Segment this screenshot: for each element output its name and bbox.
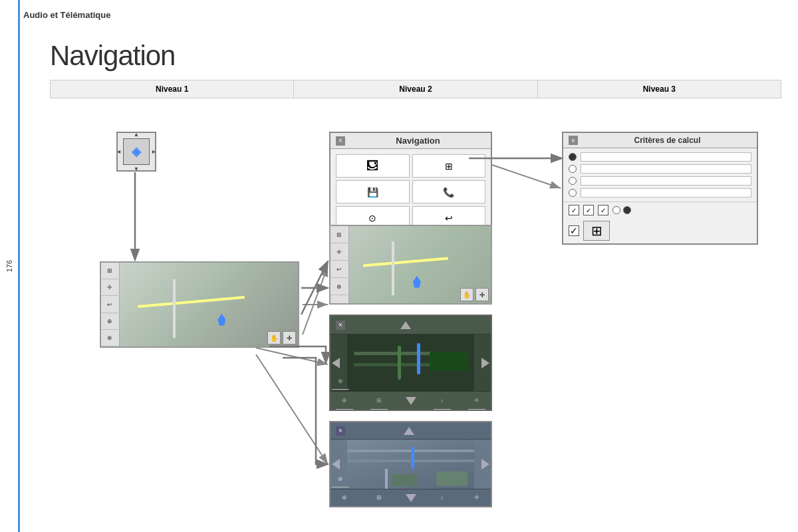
calc-row-2 xyxy=(569,164,751,174)
calc-field-2[interactable] xyxy=(581,164,751,174)
nav-menu-grid: ⛾ ⊞ 💾 📞 ⊙ ↩ xyxy=(331,149,491,235)
dark-down-triangle[interactable] xyxy=(406,397,416,405)
compass-arrow: ◈ xyxy=(132,144,141,159)
calc-map-icon: ⊞ xyxy=(591,223,602,239)
map2-grid-icon[interactable]: ⊞ xyxy=(331,226,348,243)
3d-up-triangle[interactable] xyxy=(404,427,414,435)
map-view-icon: ⊞ xyxy=(445,161,453,172)
calc-checkbox-1[interactable]: ✓ xyxy=(569,205,579,215)
map-cursor-buttons: ✋ ✛ xyxy=(267,331,296,344)
3d-pin-icon[interactable]: ⊗ xyxy=(332,470,349,487)
map-back-icon[interactable]: ↩ xyxy=(101,296,118,313)
calc-row-1 xyxy=(569,152,751,162)
compass-left-icon: ◄ xyxy=(116,148,122,155)
map2-pin-icon[interactable]: ⊗ xyxy=(331,278,348,295)
cursor-cross-btn[interactable]: ✛ xyxy=(283,331,296,344)
calc-map-icon-box[interactable]: ⊞ xyxy=(583,221,610,241)
dark-cursor-icon[interactable]: ✛ xyxy=(468,392,485,410)
calc-panel-close-btn[interactable]: × xyxy=(569,136,578,145)
dark-up-triangle[interactable] xyxy=(400,321,411,329)
dark-map-icon[interactable]: ⊞ xyxy=(370,392,388,410)
svg-line-6 xyxy=(256,354,328,464)
map2-road-yellow xyxy=(363,257,448,267)
phone-nav-icon: 📞 xyxy=(443,187,454,198)
map-move-icon[interactable]: ✛ xyxy=(101,279,118,296)
3d-right-triangle[interactable] xyxy=(481,459,489,469)
map-panel-niveau2-mid: ⊞ ✛ ↩ ⊗ ✋ ✛ xyxy=(329,225,492,305)
map-toolbar-1: ⊞ ✛ ↩ ⊕ ⊗ xyxy=(101,263,120,346)
map-grid-icon[interactable]: ⊞ xyxy=(101,263,118,279)
calc-radio-4[interactable] xyxy=(569,189,577,197)
nav-menu-close-btn[interactable]: × xyxy=(336,136,345,146)
page-number: 176 xyxy=(5,260,13,272)
map-pin-icon[interactable]: ⊗ xyxy=(101,330,118,346)
calc-row-3 xyxy=(569,176,751,186)
cursor-hand-btn[interactable]: ✋ xyxy=(267,331,281,344)
dark-map-blue-marker xyxy=(417,343,420,374)
dark-pin-icon[interactable]: ⊗ xyxy=(332,372,349,390)
3d-cursor-icon[interactable]: ✛ xyxy=(468,489,485,507)
calc-radio-2[interactable] xyxy=(569,165,577,173)
nav-marker-blue xyxy=(217,314,225,326)
map-panel-niveau2-3d: × xyxy=(329,421,492,507)
map-panel-niveau2-dark: × ⊕ ⊞ xyxy=(329,315,492,411)
calc-checkmark-confirm[interactable]: ✓ xyxy=(569,225,579,236)
compass-up-icon: ▲ xyxy=(134,131,140,138)
map2-cursor-cross-btn[interactable]: ✛ xyxy=(475,288,489,301)
calc-field-3[interactable] xyxy=(581,176,751,186)
map2-move-icon[interactable]: ✛ xyxy=(331,243,348,261)
nav-menu-title: Navigation xyxy=(350,136,485,146)
dark-right-triangle[interactable] xyxy=(481,358,489,368)
map-zoom-plus-icon[interactable]: ⊕ xyxy=(101,313,118,330)
diagram-area: ◄ ► ▲ ▼ ◈ ⊞ ✛ ↩ ⊕ ⊗ ✋ ✛ xyxy=(50,108,781,532)
level2-header: Niveau 2 xyxy=(294,80,537,98)
calc-field-1[interactable] xyxy=(581,152,751,162)
map2-cursor-buttons: ✋ ✛ xyxy=(460,288,489,301)
nav-item-save[interactable]: 💾 xyxy=(336,180,410,203)
nav-item-destination[interactable]: ⛾ xyxy=(336,154,410,178)
calc-radio-3[interactable] xyxy=(569,177,577,185)
page-title: Navigation xyxy=(50,40,175,72)
map-toolbar-2: ⊞ ✛ ↩ ⊗ xyxy=(331,226,349,303)
calc-row-4 xyxy=(569,188,751,198)
dark-music-icon[interactable]: ♪ xyxy=(434,392,451,410)
map-road-vertical xyxy=(173,279,176,338)
route-nav-icon: ↩ xyxy=(445,213,453,223)
3d-down-triangle[interactable] xyxy=(406,494,416,502)
calc-rows xyxy=(563,148,757,201)
svg-line-10 xyxy=(301,261,328,315)
map-panel-niveau1: ⊞ ✛ ↩ ⊕ ⊗ ✋ ✛ xyxy=(100,261,299,348)
calc-radio-opt-1[interactable] xyxy=(612,206,620,214)
map-road-yellow xyxy=(138,296,245,308)
calc-checkbox-3[interactable]: ✓ xyxy=(598,205,608,215)
3d-music-icon[interactable]: ♪ xyxy=(434,489,451,507)
calc-panel-header: × Critères de calcul xyxy=(563,133,757,148)
map2-back-icon[interactable]: ↩ xyxy=(331,261,348,278)
calc-bottom: ✓ ✓ ✓ ✓ ⊞ xyxy=(563,201,757,243)
compass-down-icon: ▼ xyxy=(134,166,140,172)
settings-nav-icon: ⊙ xyxy=(368,213,376,223)
nav-item-phone[interactable]: 📞 xyxy=(412,180,486,203)
calc-radio-opt-2[interactable] xyxy=(623,206,631,214)
compass-right-icon: ► xyxy=(151,148,157,155)
3d-map-icon[interactable]: ⊞ xyxy=(370,489,388,507)
nav-menu-header: × Navigation xyxy=(331,133,491,149)
level3-header: Niveau 3 xyxy=(537,80,781,98)
map2-marker-blue xyxy=(413,276,421,288)
main-container: Niveau 1 Niveau 2 Niveau 3 xyxy=(50,80,781,532)
level1-header: Niveau 1 xyxy=(51,80,294,98)
calc-panel: × Critères de calcul xyxy=(562,132,758,245)
map2-road-vertical xyxy=(392,241,394,295)
levels-table: Niveau 1 Niveau 2 Niveau 3 xyxy=(50,80,781,98)
page-strip: 176 xyxy=(0,0,20,532)
compass-inner: ◄ ► ▲ ▼ ◈ xyxy=(123,138,150,165)
map2-cursor-hand-btn[interactable]: ✋ xyxy=(460,288,473,301)
nav-item-map[interactable]: ⊞ xyxy=(412,154,486,178)
calc-field-4[interactable] xyxy=(581,188,751,198)
calc-radio-1[interactable] xyxy=(569,153,577,161)
calc-panel-title: Critères de calcul xyxy=(583,136,751,145)
svg-line-3 xyxy=(492,165,561,188)
map-content-2: ✋ ✛ xyxy=(349,226,491,303)
calc-checkbox-2[interactable]: ✓ xyxy=(583,205,594,215)
compass-widget[interactable]: ◄ ► ▲ ▼ ◈ xyxy=(116,132,156,172)
